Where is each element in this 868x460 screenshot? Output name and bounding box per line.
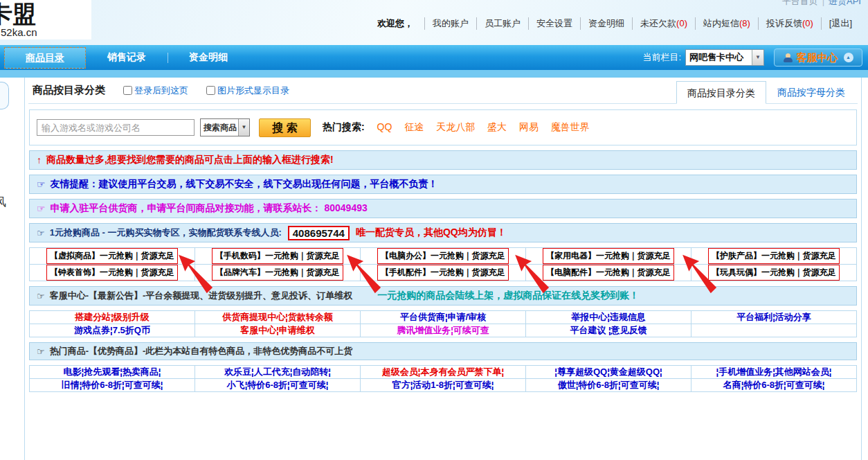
content-panel: 商品按目录分类 登录后到这页 图片形式显示目录 商品按目录分类 商品按字母分类 … [24, 78, 862, 460]
nav-tab-sales-records[interactable]: 销售记录 [86, 47, 168, 69]
image-mode-checkbox-row[interactable]: 图片形式显示目录 [206, 85, 289, 97]
service-cell: 平台福利¦活动分享 [691, 311, 857, 324]
hot-search-link-wow[interactable]: 魔兽世界 [551, 121, 590, 132]
user-link-debt[interactable]: 未还欠款(0) [632, 17, 695, 30]
service-cell: 举报中心¦违规信息 [526, 311, 691, 324]
main-navbar: 商品目录 销售记录 资金明细 当前栏目: 网吧售卡中心 ▼ 客服中心 ▲ [0, 45, 868, 70]
landing-checkbox-row[interactable]: 登录后到这页 [123, 85, 188, 97]
flash-cell: 【电脑办公】一元抢购｜货源充足 [361, 248, 526, 265]
service-link-tencent-vas[interactable]: 腾讯增值业务¦可续可查 [397, 324, 489, 337]
flash-link-toys[interactable]: 【玩具玩偶】一元抢购｜货源充足 [708, 265, 840, 281]
hot-link-aoshi[interactable]: 傲世¦特价6-8折¦可查可续¦ [558, 379, 660, 391]
hot-search-link-tianlong[interactable]: 天龙八部 [436, 121, 475, 132]
user-link-security[interactable]: 安全设置 [528, 17, 580, 30]
service-link-platform-suggest[interactable]: 平台建议 ¦意见反馈 [570, 324, 647, 337]
search-input[interactable] [37, 119, 195, 136]
service-cell: 平台供货商¦申请/审核 [361, 311, 526, 324]
hot-search-link-shanda[interactable]: 盛大 [487, 121, 507, 132]
notice-friendly-reminder: ☞ 友情提醒：建议使用平台交易，线下交易不安全，线下交易出现任何问题，平台概不负… [29, 175, 857, 194]
user-link-staff-account[interactable]: 员工账户 [476, 17, 528, 30]
flash-cell: 【手机配件】一元抢购｜货源充足 [361, 265, 526, 281]
flash-link-brand-car[interactable]: 【品牌汽车】一元抢购｜货源充足 [212, 265, 343, 281]
notice-supplier-apply: ☞ 申请入驻平台供货商，申请平台间商品对接功能，请联系站长： 80049493 [29, 199, 857, 218]
flash-link-home-appliance[interactable]: 【家用电器】一元抢购｜货源充足 [543, 248, 674, 264]
hot-link-official[interactable]: 官方¦活动1-8折¦可查可续¦ [392, 379, 494, 391]
site-logo[interactable]: 卡盟 52ka.cn [0, 0, 91, 39]
user-link-label: 未还欠款 [640, 18, 676, 28]
service-link-report-center[interactable]: 举报中心¦违规信息 [571, 311, 646, 324]
clipped-side-panel [0, 82, 9, 109]
flash-link-watch-jewelry[interactable]: 【钟表首饰】一元抢购｜货源充足 [46, 265, 178, 281]
catalog-tabs: 商品按目录分类 商品按字母分类 [676, 81, 856, 104]
service-cell-empty [691, 324, 857, 337]
nav-tab-fund-details[interactable]: 资金明细 [168, 47, 249, 69]
current-section-label: 当前栏目: [642, 51, 681, 64]
hot-link-super-qq[interactable]: ¦尊享超级QQ¦黄金超级QQ¦ [554, 366, 662, 378]
hot-link-xiaofei[interactable]: 小飞¦特价6-8折¦可查可续¦ [227, 379, 329, 391]
red-arrow-icon [177, 254, 216, 295]
logout-link[interactable]: [退出] [821, 17, 860, 30]
user-link-label: 站内短信 [703, 18, 739, 28]
flash-link-computer-office[interactable]: 【电脑办公】一元抢购｜货源充足 [377, 248, 509, 264]
search-button[interactable]: 搜 索 [259, 118, 311, 137]
service-cell: 游戏点券¦7.5折Q币 [30, 324, 195, 337]
hot-cell: 名商¦特价6-8折¦可查可续¦ [691, 379, 857, 392]
hot-search-link-zhengtu[interactable]: 征途 [404, 121, 424, 132]
hot-search-label: 热门搜索: [323, 121, 365, 132]
service-cell: 腾讯增值业务¦可续可查 [361, 324, 526, 337]
user-link-feedback[interactable]: 投诉反馈(0) [758, 17, 821, 30]
service-link-branch-site[interactable]: 搭建分站¦级别升级 [75, 311, 150, 324]
flash-link-computer-accessory[interactable]: 【电脑配件】一元抢购｜货源充足 [543, 265, 674, 281]
hot-search-link-qq[interactable]: QQ [377, 121, 392, 132]
hot-link-mingshang[interactable]: 名商¦特价6-8折¦可查可续¦ [723, 379, 825, 391]
flash-sale-qq-number: 408695744 [288, 226, 350, 240]
feedback-count-badge: (0) [802, 18, 813, 28]
flash-sale-grid: 【虚拟商品】一元抢购｜货源充足 【手机数码】一元抢购｜货源充足 【电脑办公】一元… [29, 247, 857, 281]
service-link-rights-protection[interactable]: 客服中心¦申请维权 [240, 324, 315, 337]
nav-tab-product-catalog[interactable]: 商品目录 [4, 47, 86, 69]
service-link-supplier-withdraw[interactable]: 供货商提现中心¦货款转余额 [222, 311, 333, 324]
clipped-glyph-text: 风 [0, 194, 6, 209]
image-mode-checkbox[interactable] [206, 86, 215, 95]
landing-checkbox-label: 登录后到这页 [134, 85, 188, 97]
section-select[interactable]: 网吧售卡中心 ▼ [685, 49, 764, 66]
flash-link-skincare[interactable]: 【护肤产品】一元抢购｜货源充足 [708, 248, 840, 264]
flash-link-virtual[interactable]: 【虚拟商品】一元抢购｜货源充足 [46, 248, 178, 264]
chevron-down-icon[interactable]: ▼ [752, 50, 763, 65]
hot-link-movies[interactable]: 电影¦抢先观看¦热卖商品¦ [64, 366, 161, 378]
search-category-value: 搜索商品 [201, 119, 238, 136]
service-cell: 客服中心¦申请维权 [195, 324, 361, 337]
hot-link-jiuqing[interactable]: 旧情¦特价6-8折¦可查可续¦ [62, 379, 163, 391]
up-arrow-icon: ▲ [844, 53, 853, 62]
user-link-my-account[interactable]: 我的账户 [424, 17, 476, 30]
api-link[interactable]: 进货API [829, 0, 861, 6]
hot-link-huanledou[interactable]: 欢乐豆¦人工代充¦自动陪转¦ [224, 366, 331, 378]
flash-link-phone-digital[interactable]: 【手机数码】一元抢购｜货源充足 [212, 248, 343, 264]
flash-cell: 【手机数码】一元抢购｜货源充足 [195, 248, 361, 265]
hot-link-mobile-vas[interactable]: ¦手机增值业务¦其他网站会员¦ [716, 366, 832, 378]
dropdown-arrow-icon[interactable]: ▼ [238, 119, 249, 136]
landing-checkbox[interactable] [123, 86, 132, 95]
hot-cell: 傲世¦特价6-8折¦可查可续¦ [526, 379, 691, 392]
red-arrow-icon [345, 254, 384, 295]
notice-search-hint: ↑ 商品数量过多,想要找到您需要的商品可点击上面的输入框进行搜索! [29, 150, 857, 170]
home-link[interactable]: 平台首页 [782, 0, 818, 6]
hot-products-grid: 电影¦抢先观看¦热卖商品¦ 欢乐豆¦人工代充¦自动陪转¦ 超级会员¦本身有会员严… [29, 365, 857, 392]
image-mode-checkbox-label: 图片形式显示目录 [217, 85, 289, 97]
tab-by-letter[interactable]: 商品按字母分类 [766, 81, 856, 104]
hot-cell: ¦手机增值业务¦其他网站会员¦ [691, 366, 857, 379]
user-link-funds[interactable]: 资金明细 [580, 17, 632, 30]
flash-link-phone-accessory[interactable]: 【手机配件】一元抢购｜货源充足 [377, 265, 509, 281]
service-link-game-points[interactable]: 游戏点券¦7.5折Q币 [74, 324, 150, 337]
search-category-select[interactable]: 搜索商品 ▼ [200, 118, 250, 136]
service-link-supplier-apply[interactable]: 平台供货商¦申请/审核 [400, 311, 486, 324]
tab-by-category[interactable]: 商品按目录分类 [676, 81, 766, 104]
hot-search-link-netease[interactable]: 网易 [519, 121, 539, 132]
user-link-messages[interactable]: 站内短信(8) [695, 17, 758, 30]
service-center-note: 一元抢购的商品会陆续上架，虚拟商品保证在线兑奖秒到账！ [377, 290, 639, 302]
customer-service-button[interactable]: 客服中心 ▲ [774, 48, 862, 67]
catalog-toolbar: 商品按目录分类 登录后到这页 图片形式显示目录 商品按目录分类 商品按字母分类 [28, 78, 858, 104]
hot-link-super-member[interactable]: 超级会员¦本身有会员严禁下单¦ [382, 366, 504, 378]
service-link-platform-welfare[interactable]: 平台福利¦活动分享 [736, 311, 811, 324]
clipped-side-glyph: 风 [0, 194, 9, 209]
